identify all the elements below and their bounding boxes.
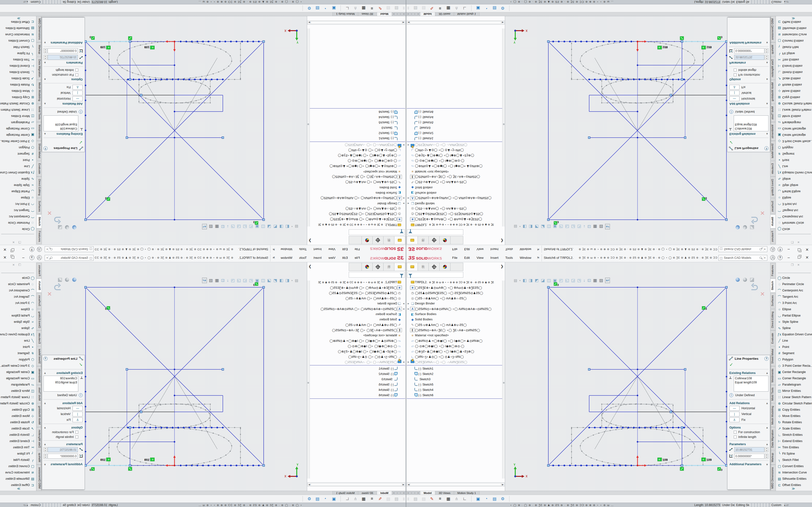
tree-item-locked-folder[interactable]: ▶ ◯Ƨ5ƷƐИNA∩∙◯ ∘◯ ∙∩AИNƷƐƧ5◯ [307, 143, 405, 148]
tree-item[interactable]: ▶ A ◯Ƨ5ИN◎∘⊕A⊕◎ИNA◯ ∘◯ AИN◎⊕A⊕∘◎ИNƧ5◯ [307, 195, 405, 201]
tool-item[interactable]: ⊞ Copy Entities [0, 406, 36, 413]
toolbar-overflow-icon[interactable]: ≫ [792, 17, 795, 20]
cancel-sketch-icon[interactable]: ✕ [47, 210, 52, 216]
panel-expand-icon[interactable]: ❯ [501, 238, 504, 243]
child-window-controls[interactable]: ❐ ✕ [11, 263, 21, 267]
account-icon[interactable] [37, 247, 42, 252]
bottom-toolbar-icon-blue[interactable]: ▣ [330, 6, 338, 11]
tree-horizontal-scrollbar[interactable]: ◀ ▶ [407, 483, 505, 487]
bottom-toolbar-icon[interactable]: ⋔ [452, 496, 461, 501]
view-toolbar-icon[interactable]: ⊡ [221, 224, 224, 229]
commandmanager-tab[interactable]: Surfaces [36, 293, 42, 308]
relation-entry[interactable]: Collinear108 [735, 376, 767, 381]
status-tag-icon[interactable]: ▱ [23, 0, 26, 4]
tree-item-sketch[interactable]: (-) Sketch2 [407, 371, 505, 377]
display-style-toolbar[interactable] [735, 278, 754, 282]
tool-item[interactable]: ⊢ Extend Entities [776, 438, 812, 444]
tool-item[interactable]: ╱ Line [776, 163, 812, 169]
angle-field[interactable]: 0.00000000° [48, 454, 78, 459]
bottom-toolbar-icon-blue[interactable]: ▣ [474, 6, 482, 11]
commandmanager-tab[interactable]: Sketch [36, 279, 42, 293]
bottom-toolbar-icon-blue[interactable]: ⚙ [499, 496, 507, 501]
collapse-icon[interactable]: ∨ [44, 463, 46, 466]
tool-item[interactable]: ↗ Scale Entities [776, 75, 812, 81]
tool-item[interactable]: ∿ Spline [776, 176, 812, 182]
tool-item[interactable]: ◡ Partial Ellipse [0, 313, 36, 319]
tool-item[interactable]: ⌒ Centerpoint Arc [776, 213, 812, 220]
length-spinner[interactable]: ▲▼ [44, 55, 47, 60]
view-toolbar-icon[interactable]: ▦ [593, 224, 597, 229]
bottom-toolbar-icon[interactable]: ⋔ [452, 6, 461, 11]
relation-entry[interactable]: Equal length109 [45, 381, 77, 385]
tool-item[interactable]: ∟ Stretch Entities [0, 432, 36, 438]
menu-item[interactable]: View [473, 247, 487, 251]
commandmanager-tab[interactable]: Weldments [36, 366, 42, 385]
commandmanager-tab[interactable]: Direct Editing [770, 177, 776, 198]
search-box[interactable]: ◫ Search CAD Models ▾ [45, 246, 94, 252]
add-relation-button[interactable]: — [72, 96, 83, 101]
tool-item[interactable]: ◡ Partial Ellipse [776, 313, 812, 319]
tree-item[interactable]: ▶ ∟ ◯ИN∘ʒ∘♟◎◯ ∘◯ ◎♟∘ʒ∘ИN◯ [307, 354, 405, 359]
menu-item[interactable]: Insert [487, 247, 502, 251]
tool-item[interactable]: ╮ Sketch Fillet [0, 44, 36, 50]
collapse-icon[interactable]: ∧ [44, 78, 46, 81]
view-toolbar-icon[interactable]: ◰ [249, 224, 253, 229]
commandmanager-tab[interactable]: Mesh Modeling [36, 403, 42, 427]
commandmanager-tab[interactable]: Evaluate [36, 331, 42, 346]
commandmanager-tab[interactable]: Sketch [770, 279, 776, 293]
commandmanager-tab[interactable]: Evaluate [36, 161, 42, 176]
tool-item[interactable]: ▤ Silhouette Entities [776, 25, 812, 32]
tree-item-locked-folder[interactable]: ▶ ◯Ƨ5ƷƐИNA∩∙◯ ∘◯ ∙∩AИNƷƐƧ5◯ [407, 143, 505, 148]
menu-item[interactable]: Edit [339, 256, 351, 260]
scroll-right-icon[interactable]: ▶ [502, 21, 504, 24]
menu-item[interactable]: Tools [296, 256, 310, 260]
tool-item[interactable]: ◠ 3 Point Arc [776, 300, 812, 306]
commandmanager-tab[interactable]: MBD Dimensions [770, 465, 776, 491]
view-toolbar-icon[interactable]: ▤ [514, 225, 517, 229]
tool-item[interactable]: ╰ Fit Spline [776, 50, 812, 56]
tree-item[interactable]: ▶ Σ ◯Ƨ5ИN◎∘⊕A∩ƷƐ◯ ∘◯ ƷƐ∩A⊕∘◎ИNƧ5◯ [307, 327, 405, 333]
tree-item[interactable]: ▶ Σ ◯Ƨ5ИN◎∘⊕A∩ƷƐ◯ ∘◯ ƷƐ∩A⊕∘◎ИNƧ5◯ [307, 174, 405, 180]
tree-item[interactable]: ▶ ◷ ◯Ƨ5♟◎Ƨ5ИNƷƐƧ5◯ ∘◯ Ƨ5ƷƐИNƧ5◎♟Ƨ5◯ [407, 212, 505, 217]
menu-item[interactable]: Edit [461, 247, 473, 251]
tree-vertical-scrollbar[interactable] [307, 29, 310, 226]
view-toolbar-icon[interactable]: ▾ [292, 279, 293, 282]
tool-item[interactable]: ⊹ Move Entities [0, 413, 36, 419]
collapse-icon[interactable]: ∧ [44, 427, 46, 429]
checkbox[interactable] [734, 73, 737, 76]
commandmanager-tab[interactable]: Features [36, 229, 42, 244]
tree-item-sketch[interactable]: (-) Sketch4 [307, 114, 405, 120]
tool-item[interactable]: ▱ Parallelogram [776, 382, 812, 388]
commandmanager-tab[interactable]: Mold Tools [36, 385, 42, 403]
tree-item-sketch[interactable]: (-) Sketch2 [407, 130, 505, 136]
tree-item[interactable]: ▶ A ◯Ƨ5ИN◎∘⊕A⊕◎ИNA◯ ∘◯ AИN◎⊕A⊕∘◎ИNƧ5◯ [307, 306, 405, 312]
relation-entry[interactable]: Equal length109 [735, 381, 767, 385]
tool-item[interactable]: ▤ Silhouette Entities [0, 25, 36, 32]
help-icon[interactable]: ? [30, 255, 34, 260]
commandmanager-tab[interactable]: Surfaces [770, 293, 776, 308]
tool-item[interactable]: ⊹ Move Entities [776, 413, 812, 419]
document-tab[interactable]: Motion Study 1 [333, 491, 358, 495]
add-relation-button[interactable]: | [729, 91, 740, 95]
tool-item[interactable]: ◯ Circle [776, 226, 812, 232]
tool-item[interactable]: # Segment [776, 350, 812, 356]
toolbar-grip[interactable]: ⣿ [407, 7, 409, 10]
view-toolbar-icon[interactable]: ◪ [267, 224, 271, 229]
tool-item[interactable]: ◯ Circle [776, 275, 812, 281]
tree-item[interactable]: ▶ ◧ Surface Bodies [407, 312, 505, 317]
tool-item[interactable]: ╮ Sketch Fillet [776, 44, 812, 50]
bottom-toolbar-icon[interactable]: ✎ [428, 6, 436, 11]
tree-item-sketch[interactable]: Sketch3 [407, 125, 505, 130]
tree-item[interactable]: ▶ ▱ ◯⊕ИN◎♟∙+◯⊗◉I◯ ∘◯ I◉⊗◯+∙♟◎ИN⊕◯ [407, 338, 505, 343]
tool-item[interactable]: ○ Ellipse [0, 194, 36, 201]
restore-button[interactable] [798, 256, 800, 259]
tool-item[interactable]: ◇ 3 Point Center Recta... [0, 138, 36, 145]
tree-item-sketch[interactable]: Sketch3 [307, 377, 405, 382]
view-toolbar-icon[interactable]: ◫ [261, 224, 265, 229]
document-tab[interactable]: Model [377, 491, 392, 495]
tool-item[interactable]: ƒx Equation Driven Curve [0, 169, 36, 176]
bottom-toolbar-icon[interactable]: ∟ [343, 6, 351, 11]
tool-item[interactable]: # Segment [0, 350, 36, 356]
relations-list[interactable]: Collinear108Equal length109 [734, 376, 768, 392]
scroll-right-icon[interactable]: ▶ [502, 483, 504, 486]
